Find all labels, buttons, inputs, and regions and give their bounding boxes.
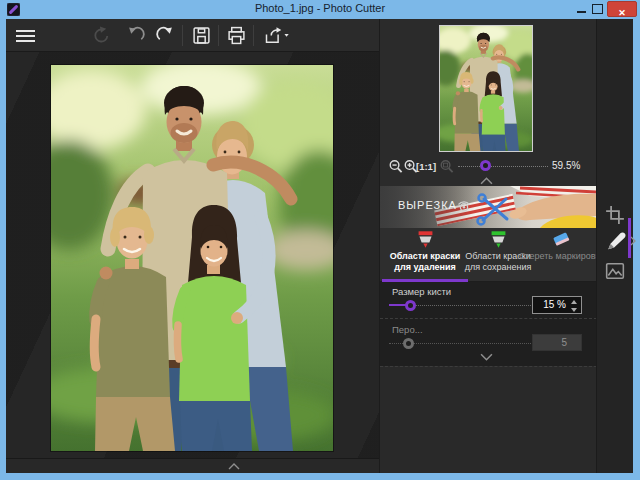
close-icon: ✕ [618, 8, 626, 18]
actual-size-button[interactable]: [1:1] [416, 161, 436, 172]
main-toolbar [6, 19, 379, 52]
feather-slider-handle[interactable] [403, 338, 414, 349]
section-title: ВЫРЕЗКА [398, 199, 457, 211]
brush-size-value: 15 % [543, 299, 566, 310]
crop-icon [605, 205, 625, 225]
collapse-panel-chevron-icon[interactable] [630, 236, 636, 246]
minimize-icon [577, 11, 586, 13]
marker-green-icon [489, 230, 508, 249]
zoom-slider-handle[interactable] [480, 160, 491, 171]
print-button[interactable] [227, 26, 246, 45]
eraser-icon [551, 230, 572, 249]
share-icon [262, 26, 290, 45]
toolbar-separator [218, 25, 219, 46]
fit-screen-button[interactable] [439, 158, 454, 174]
tool-sidebar [596, 19, 633, 473]
feather-value: 5 [561, 337, 567, 348]
photo-tool-button[interactable] [605, 262, 625, 282]
minimize-button[interactable] [574, 3, 590, 16]
tab-label: Области краски [382, 251, 468, 261]
brush-size-slider-handle[interactable] [405, 300, 416, 311]
tab-paint-areas-to-remove[interactable]: Области краски для удаления [382, 228, 468, 282]
save-button[interactable] [192, 26, 211, 45]
maximize-button[interactable] [592, 4, 603, 14]
pen-icon [605, 230, 627, 252]
feather-input[interactable]: 5 [532, 334, 582, 351]
tool-tabs: Области краски для удаления Области крас… [380, 228, 596, 282]
window-title: Photo_1.jpg - Photo Cutter [0, 2, 640, 14]
spinner-up-icon[interactable] [571, 300, 578, 304]
app-window: Photo_1.jpg - Photo Cutter ✕ [0, 0, 640, 480]
navigator-thumbnail [439, 25, 533, 152]
zoom-level-value: 59.5% [552, 160, 592, 171]
reset-icon [92, 26, 111, 45]
collapse-options-chevron-icon[interactable] [480, 353, 493, 361]
bottom-panel-collapsed [6, 458, 379, 473]
reset-button[interactable] [92, 26, 111, 45]
separator [380, 318, 596, 319]
brush-size-label: Размер кисти [392, 286, 451, 297]
preview-eye-icon[interactable] [456, 198, 472, 214]
tab-label: для сохранения [463, 262, 533, 272]
app-logo-icon [7, 3, 20, 16]
expand-bottom-chevron-icon[interactable] [228, 463, 240, 470]
titlebar: Photo_1.jpg - Photo Cutter ✕ [0, 0, 640, 19]
redo-icon [155, 26, 174, 45]
photo-image[interactable] [51, 65, 333, 451]
spinner-down-icon[interactable] [571, 306, 578, 312]
redo-button[interactable] [155, 26, 174, 45]
panel-empty-area [380, 367, 596, 473]
print-icon [227, 26, 246, 45]
close-button[interactable]: ✕ [607, 1, 637, 17]
image-icon [605, 262, 625, 280]
zoom-slider[interactable] [458, 166, 548, 167]
brush-size-input[interactable]: 15 % [532, 296, 582, 314]
tab-label: Стереть маркировку [509, 251, 596, 261]
editor-canvas[interactable] [6, 52, 379, 458]
fit-screen-icon [439, 158, 454, 174]
cut-pen-tool-button[interactable] [605, 230, 625, 250]
marker-red-icon [416, 230, 435, 249]
collapse-navigator-chevron-icon[interactable] [480, 177, 493, 185]
save-icon [192, 26, 211, 45]
feather-label: Перо... [392, 324, 423, 335]
undo-button[interactable] [127, 26, 146, 45]
tab-erase-marking[interactable]: Стереть маркировку [546, 228, 596, 282]
menu-button[interactable] [16, 30, 35, 42]
zoom-out-button[interactable] [388, 158, 403, 174]
tab-label: для удаления [382, 262, 468, 272]
crop-tool-button[interactable] [605, 205, 625, 225]
menu-icon [16, 30, 35, 32]
right-panel: [1:1] 59.5% ВЫРЕЗКА Области краски для у… [379, 19, 596, 473]
undo-icon [127, 26, 146, 45]
cutout-section-banner: ВЫРЕЗКА [380, 186, 596, 228]
toolbar-separator [182, 25, 183, 46]
share-button[interactable] [262, 26, 290, 45]
zoom-out-icon [388, 158, 403, 174]
toolbar-separator [253, 25, 254, 46]
